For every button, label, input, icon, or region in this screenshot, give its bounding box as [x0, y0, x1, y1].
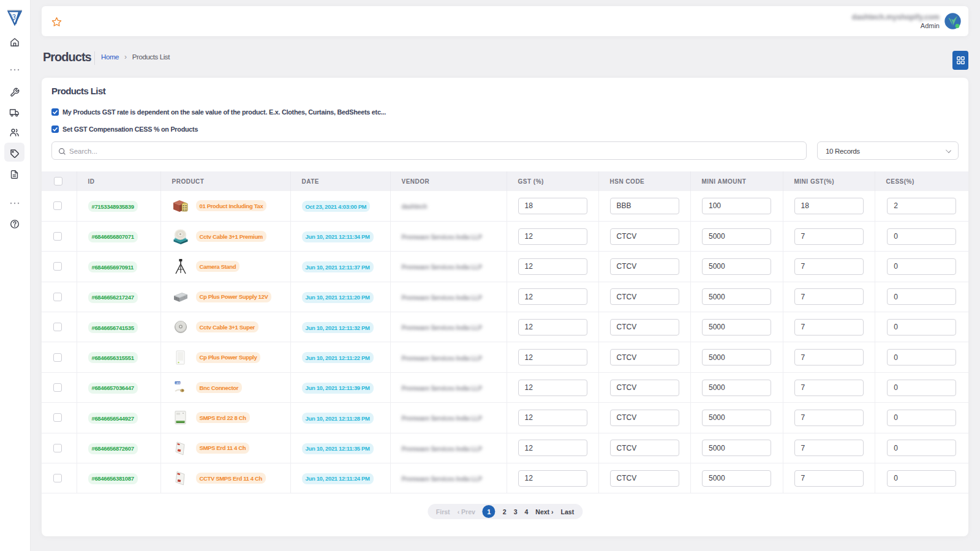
svg-text:CBS: CBS	[175, 382, 180, 384]
